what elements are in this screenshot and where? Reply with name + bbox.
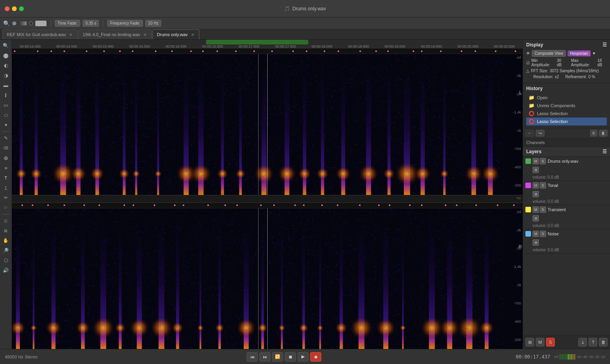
marker-tool[interactable]: ☞ (2, 203, 10, 212)
tonal-fx-btn[interactable]: ⚙ (533, 191, 539, 197)
rewind-button[interactable]: ⏮ (247, 352, 258, 362)
magic-wand-tool[interactable]: ✦ (2, 121, 10, 129)
spectrogram-canvas-top (12, 54, 505, 195)
history-item-lasso2[interactable]: ⭕ Lasso Selection (526, 117, 607, 125)
right-panel: Display ☰ 👁 Composite View Hesperian ▼ ☑… (523, 40, 610, 349)
layers-bottom-icon[interactable]: ⊞ (525, 338, 534, 347)
search-tool[interactable]: 🔍 (2, 41, 10, 50)
spectrogram-bottom[interactable]: -inf -3k -2k -1.4k -1k -700 -400 -200 R (12, 203, 523, 349)
spectrogram-top[interactable]: -inf -3k -2k -1.4k -1k -700 -400 -200 L (12, 48, 523, 195)
loop-button[interactable]: 🔁 (272, 352, 283, 362)
eye-icon: 👁 (526, 51, 530, 56)
tab-close-2[interactable]: ✕ (190, 33, 195, 37)
brightness-adjust-tool[interactable]: ◑ (2, 71, 10, 80)
freq-label-b-700: -700 (514, 301, 521, 305)
speaker-tool[interactable]: 🔊 (2, 266, 10, 275)
skip-back-button[interactable]: ⏭ (259, 352, 270, 362)
close-button[interactable] (5, 6, 10, 11)
max-amp-value[interactable]: 18 dB (597, 58, 607, 67)
solo-bottom-icon[interactable]: S (546, 338, 555, 347)
paintbrush-tool[interactable]: ✏ (2, 193, 10, 202)
delete-layer-icon[interactable]: 🗑 (599, 338, 608, 347)
text2-tool[interactable]: T (2, 183, 10, 192)
time-fade-label: Time Fade: (55, 20, 80, 27)
time-fade-value[interactable]: 0.35 s (83, 20, 99, 27)
delete-history-button[interactable]: 🗑 (599, 130, 608, 137)
freq-fade-value[interactable]: 10 Hz (145, 20, 161, 27)
fill-tool[interactable]: ◫ (2, 216, 10, 225)
history-item-lasso1[interactable]: ⭕ Lasso Selection (526, 110, 607, 117)
redo-button[interactable]: ↪ (536, 130, 544, 137)
tab-close-0[interactable]: ✕ (68, 33, 73, 37)
time-label-1: 00:00:14.500 (48, 44, 85, 48)
zoom-in-tool[interactable]: 🔎 (2, 246, 10, 255)
import-icon[interactable]: ⤓ (578, 338, 587, 347)
gradient-fill-tool[interactable]: ▤ (2, 226, 10, 235)
undo-button[interactable]: ↩ (525, 130, 534, 137)
play-button[interactable]: ▶ (297, 352, 309, 362)
text-cursor-tool[interactable]: I (2, 91, 10, 100)
tab-1[interactable]: 19th 4.0_Final no limiting.wav ✕ (78, 29, 152, 39)
smear-tool[interactable]: ≋ (2, 164, 10, 172)
layer-noise-row[interactable]: M S Noise (523, 229, 610, 238)
transient-mute-btn[interactable]: M (533, 206, 539, 213)
drums-mute-btn[interactable]: M (533, 158, 539, 164)
layer-drums-row[interactable]: M S Drums only.wav (523, 157, 610, 166)
layer-transient-row[interactable]: M S Transient (523, 205, 610, 214)
window-title: 🎵 Drums only.wav (284, 6, 326, 12)
half-circle-tool[interactable]: ◐ (2, 61, 10, 70)
composite-view-button[interactable]: Composite View (532, 50, 566, 57)
stamp-tool[interactable]: ⊕ (2, 154, 10, 162)
text-tool[interactable]: T (2, 173, 10, 182)
drums-solo-btn[interactable]: S (540, 158, 546, 164)
tonal-mute-btn[interactable]: M (533, 182, 539, 189)
titlebar: 🎵 Drums only.wav (0, 0, 610, 17)
noise-mute-btn[interactable]: M (533, 231, 539, 237)
stop-button[interactable]: ⏹ (285, 352, 296, 362)
3d-view-tool[interactable]: ⬡ (2, 256, 10, 265)
minimize-button[interactable] (12, 6, 17, 11)
eraser-tool[interactable]: ⌫ (2, 144, 10, 152)
drums-fx-btn[interactable]: ⚙ (533, 167, 539, 173)
cursor-select-tool[interactable]: ⬤ (2, 51, 10, 60)
hesperian-button[interactable]: Hesperian (568, 50, 591, 56)
record-button[interactable]: ⏺ (310, 352, 321, 362)
tonal-icon-btns: M S (533, 182, 546, 189)
timeline-ruler[interactable]: 00:00:14.000 00:00:14.500 00:00:15.000 0… (12, 40, 523, 48)
tab-2[interactable]: Drums only.wav ✕ (152, 29, 199, 39)
fft-size-value[interactable]: 3072 Samples (64ms/16Hz) (550, 69, 599, 73)
layer-tonal-row[interactable]: M S Tonal (523, 181, 610, 190)
export-icon[interactable]: ⤒ (589, 338, 597, 347)
min-amp-value[interactable]: 30 dB (557, 58, 566, 67)
layers-menu-icon[interactable]: ☰ (602, 149, 607, 154)
display-section: Display ☰ 👁 Composite View Hesperian ▼ ☑… (523, 40, 610, 83)
maximize-button[interactable] (19, 6, 24, 11)
hand-tool[interactable]: ✋ (2, 236, 10, 245)
separator-1 (50, 20, 51, 27)
tab-0[interactable]: REF MIX for Guit overdub.wav ✕ (2, 29, 77, 39)
meter-label-10: -10 (600, 355, 605, 359)
transient-solo-btn[interactable]: S (540, 206, 546, 213)
layer-tonal: M S Tonal ⚙ volume: 0.0 dB (523, 181, 610, 205)
history-item-open[interactable]: 📁 Open (526, 94, 607, 102)
right-panel-bottom-icons: ⊞ M S ⤓ ⤒ 🗑 (523, 335, 610, 349)
tab-label-0: REF MIX for Guit overdub.wav (7, 32, 66, 37)
pencil-tool[interactable]: ✎ (2, 134, 10, 143)
resolution-label: Resolution: (533, 75, 553, 79)
tab-close-1[interactable]: ✕ (143, 33, 147, 37)
resolution-value[interactable]: x2 (555, 75, 559, 79)
history-item-unmix[interactable]: 📁 Unmix Components (526, 102, 607, 110)
display-menu-icon[interactable]: ☰ (602, 42, 607, 48)
refinement-value[interactable]: 0 % (589, 75, 595, 79)
tonal-solo-btn[interactable]: S (540, 182, 546, 189)
copy-history-button[interactable]: ⎘ (590, 130, 597, 137)
lasso-select-tool[interactable]: ⬭ (2, 111, 10, 119)
noise-solo-btn[interactable]: S (540, 231, 546, 237)
dropdown-icon[interactable]: ▼ (592, 51, 596, 56)
band-select-tool[interactable]: ▬ (2, 81, 10, 90)
time-label-6: 00:00:17.000 (231, 44, 267, 48)
transient-fx-btn[interactable]: ⚙ (533, 215, 539, 221)
rect-select-tool[interactable]: ▭ (2, 101, 10, 110)
mute-bottom-icon[interactable]: M (536, 338, 544, 347)
noise-fx-btn[interactable]: ⚙ (533, 239, 539, 246)
